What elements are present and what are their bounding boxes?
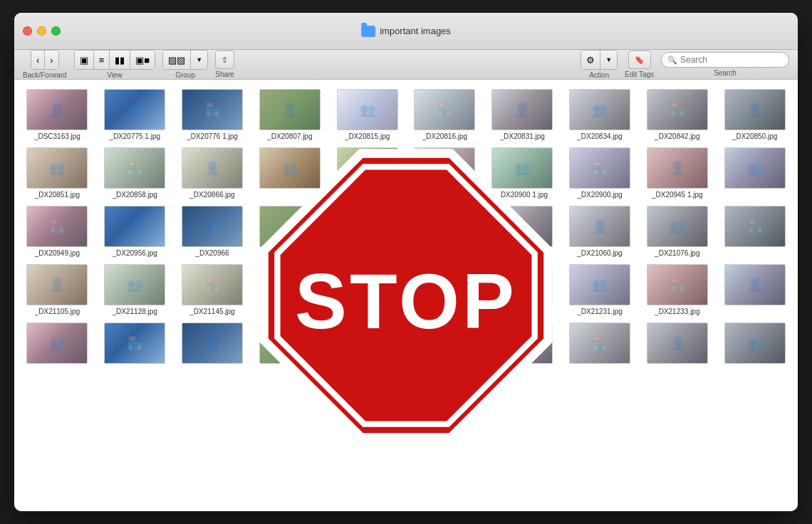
group-section: ▨▨ ▼ Group <box>162 50 208 79</box>
file-item[interactable]: 🏪_DX20816.jpg <box>409 87 481 142</box>
file-name: _DX20956.jpg <box>113 249 157 257</box>
search-icon: 🔍 <box>667 56 677 65</box>
file-name: _DX20775 1.jpg <box>109 132 160 140</box>
file-item[interactable]: 👥 <box>486 320 558 368</box>
file-item[interactable]: 👤 <box>641 320 713 368</box>
file-item[interactable]: 👤 <box>719 262 791 318</box>
gallery-view-button[interactable]: ▣■ <box>130 51 155 69</box>
fullscreen-button[interactable] <box>51 26 61 36</box>
file-item[interactable]: 🏪 <box>564 320 636 368</box>
file-area[interactable]: 👤_DSC3163.jpg👥_DX20775 1.jpg🏪_DX20776 1.… <box>14 80 798 511</box>
finder-window: important images ‹ › Back/Forward ▣ ≡ ▮▮… <box>14 13 798 511</box>
file-item[interactable]: 🏪_DX20949.jpg <box>21 204 93 259</box>
share-button[interactable]: ⇧ <box>215 51 234 69</box>
file-item[interactable]: 👥_DX20775 1.jpg <box>99 87 171 142</box>
edit-tags-button[interactable]: 🔖 <box>628 51 651 69</box>
file-name: _DX21145.jpg <box>189 308 234 315</box>
action-section: ⚙ ▼ Action <box>581 50 618 79</box>
titlebar: important images <box>14 13 798 50</box>
action-label: Action <box>589 71 609 79</box>
window-title: important images <box>380 26 451 36</box>
file-item[interactable]: 👥 <box>21 320 93 368</box>
file-item[interactable]: 👥_DX20851.jpg <box>21 145 93 201</box>
file-item[interactable]: 👤_DX20956.jpg <box>99 204 171 259</box>
forward-button[interactable]: › <box>45 51 58 69</box>
file-name: _DX21076.jpg <box>655 249 699 257</box>
file-item[interactable]: 🏪 <box>331 145 403 201</box>
file-item[interactable]: 👤 <box>177 320 249 368</box>
view-group: ▣ ≡ ▮▮ ▣■ <box>74 50 155 70</box>
file-item[interactable]: 👤 <box>409 145 481 201</box>
file-item[interactable]: 👥 <box>254 145 326 201</box>
file-item[interactable]: 👥 <box>719 145 791 201</box>
file-item[interactable]: 👤_DX20945 1.jpg <box>641 145 713 201</box>
minimize-button[interactable] <box>37 26 46 36</box>
file-item[interactable]: 👤 <box>409 320 481 368</box>
group-label: Group <box>175 71 195 79</box>
column-view-button[interactable]: ▮▮ <box>110 51 130 69</box>
file-name: _DX20851.jpg <box>35 191 80 199</box>
search-section: 🔍 Search <box>661 52 789 77</box>
icon-view-button[interactable]: ▣ <box>75 51 94 69</box>
file-grid: 👤_DSC3163.jpg👥_DX20775 1.jpg🏪_DX20776 1.… <box>21 87 791 368</box>
file-item[interactable]: 👥_DX20834.jpg <box>564 87 636 142</box>
file-item[interactable]: 👥 <box>254 320 326 368</box>
file-item[interactable]: 👤 <box>331 204 403 259</box>
file-item[interactable]: 👥_DX21128.jpg <box>99 262 171 318</box>
file-item[interactable]: 👥_DX21231.jpg <box>564 262 636 318</box>
file-item[interactable]: 🏪 <box>719 204 791 259</box>
back-forward-group: ‹ › <box>31 50 59 70</box>
folder-icon <box>361 26 375 37</box>
file-item[interactable]: 👤_DX21060.jpg <box>564 204 636 259</box>
file-item[interactable]: 👥_DX20900 1.jpg <box>486 145 558 201</box>
file-item[interactable]: 🏪 <box>254 204 326 259</box>
file-item[interactable]: 🏪_DX20858.jpg <box>99 145 171 201</box>
file-item[interactable]: 👥_DX21076.jpg <box>641 204 713 259</box>
file-item[interactable]: 🏪_DX20900.jpg <box>564 145 636 201</box>
file-name: _DX20866.jpg <box>189 191 234 199</box>
file-item[interactable]: 🏪_DX20776 1.jpg <box>177 87 249 142</box>
file-name: _DX21105.jpg <box>35 308 80 315</box>
file-item[interactable]: 🏪_DX21145.jpg <box>177 262 249 318</box>
file-item[interactable]: 👥_DX20815.jpg <box>331 87 403 142</box>
file-name: _DX20949.jpg <box>35 249 80 257</box>
action-button[interactable]: ⚙ <box>581 51 600 69</box>
file-item[interactable]: 🏪21049.jpg <box>486 204 558 259</box>
file-item[interactable]: 👤 <box>254 262 326 318</box>
file-name: _DX21060.jpg <box>577 249 622 257</box>
file-item[interactable]: 👥 <box>331 262 403 318</box>
file-item[interactable]: 🏪 <box>331 320 403 368</box>
file-item[interactable]: 👤_DSC3163.jpg <box>21 87 93 142</box>
file-name: _DX20815.jpg <box>345 132 390 140</box>
list-view-button[interactable]: ≡ <box>94 51 110 69</box>
group-button[interactable]: ▨▨ <box>163 51 191 69</box>
search-input[interactable] <box>680 55 783 65</box>
file-item[interactable]: 👤_DX21199.jpg <box>486 262 558 318</box>
edit-tags-section: 🔖 Edit Tags <box>625 51 654 78</box>
file-item[interactable]: 👤_DX20866.jpg <box>177 145 249 201</box>
file-item[interactable]: 👤_DX20807.jpg <box>254 87 326 142</box>
back-forward-section: ‹ › Back/Forward <box>23 50 67 79</box>
file-item[interactable]: 👥 <box>719 320 791 368</box>
group-dropdown-button[interactable]: ▼ <box>191 51 207 69</box>
back-forward-label: Back/Forward <box>23 71 67 79</box>
file-item[interactable]: 👤_DX20850.jpg <box>719 87 791 142</box>
file-item[interactable]: 🏪 <box>99 320 171 368</box>
file-name: _DSC3163.jpg <box>34 132 80 140</box>
search-box[interactable]: 🔍 <box>661 52 789 68</box>
file-item[interactable]: 🏪_DX20842.jpg <box>641 87 713 142</box>
action-dropdown-button[interactable]: ▼ <box>600 51 617 69</box>
traffic-lights <box>23 26 61 36</box>
close-button[interactable] <box>23 26 32 36</box>
action-btn-wrapper: ⚙ ▼ <box>581 50 618 70</box>
file-item[interactable]: 👤_DX20831.jpg <box>486 87 558 142</box>
file-name: 21049.jpg <box>506 249 538 257</box>
file-item[interactable]: 🏪 <box>409 262 481 318</box>
back-button[interactable]: ‹ <box>31 51 45 69</box>
file-item[interactable]: 👤_DX21105.jpg <box>21 262 93 318</box>
file-item[interactable]: 👥 <box>409 204 481 259</box>
file-item[interactable]: 🏪_DX21233.jpg <box>641 262 713 318</box>
file-item[interactable]: 👥_DX20966 <box>177 204 249 259</box>
file-name: _DX20945 1.jpg <box>652 191 703 199</box>
search-label: Search <box>714 69 736 77</box>
